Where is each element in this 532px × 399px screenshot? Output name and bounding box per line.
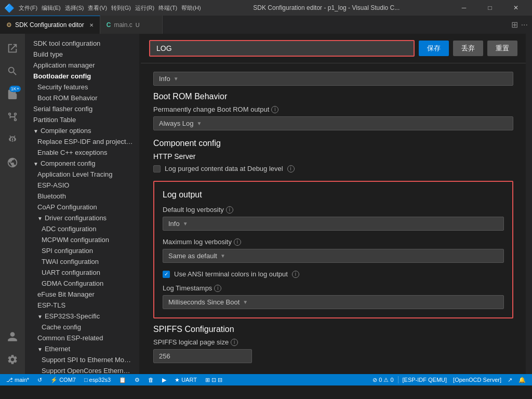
menu-goto[interactable]: 转到(G) (111, 4, 131, 12)
statusbar-errors[interactable]: ⊘ 0 ⚠ 0 (370, 376, 395, 383)
sidebar-item-bootloader[interactable]: Bootloader config (25, 71, 139, 82)
main-layout: 1K+ SDK tool configuration Build type Ap… (0, 34, 532, 374)
main-c-modified: U (136, 22, 140, 28)
sidebar-item-app-manager[interactable]: Application manager (25, 60, 139, 71)
discard-button[interactable]: 丢弃 (453, 41, 483, 56)
save-button[interactable]: 保存 (419, 41, 449, 56)
log-purged-checkbox[interactable] (153, 165, 161, 172)
spiffs-page-size-input[interactable] (153, 349, 252, 363)
menu-view[interactable]: 查看(V) (88, 4, 107, 12)
reset-button[interactable]: 重置 (487, 41, 517, 56)
sidebar-item-app-tracing[interactable]: Application Level Tracing (25, 169, 139, 180)
spiffs-info-icon[interactable]: i (231, 339, 238, 346)
sidebar-item-uart[interactable]: UART configuration (25, 267, 139, 278)
statusbar-flash[interactable]: 🗑 (146, 377, 156, 383)
statusbar-chip[interactable]: □ esp32s3 (82, 377, 113, 383)
default-verbosity-dropdown[interactable]: Info ▼ (163, 217, 504, 231)
status-bar: ⎇ main* ↺ ⚡ COM7 □ esp32s3 📋 ⚙ 🗑 ▶ ★ UAR… (0, 374, 532, 385)
statusbar-esp-idf[interactable]: [ESP-IDF QEMU] (401, 376, 449, 383)
statusbar-port[interactable]: ⚡ COM7 (48, 377, 78, 383)
activity-settings[interactable] (2, 349, 23, 370)
activity-extensions[interactable]: 1K+ (2, 84, 23, 104)
sidebar-item-serial-flasher[interactable]: Serial flasher config (25, 103, 139, 114)
sync-icon: ↺ (37, 377, 42, 383)
sidebar-item-ethernet[interactable]: ▼Ethernet (25, 343, 139, 354)
titlebar: 🔷 文件(F) 编辑(E) 选择(S) 查看(V) 转到(G) 运行(R) 终端… (0, 0, 532, 16)
sidebar-item-cpp-exceptions[interactable]: Enable C++ exceptions (25, 147, 139, 158)
close-button[interactable]: ✕ (504, 0, 528, 16)
tab-sdk-config[interactable]: ⚙ SDK Configuration editor ✕ (0, 16, 100, 34)
statusbar-clipboard[interactable]: 📋 (117, 377, 128, 383)
statusbar-build[interactable]: ⚙ (132, 377, 142, 383)
sidebar-item-spi[interactable]: SPI configuration (25, 245, 139, 256)
sidebar-item-component-config[interactable]: ▼Component config (25, 158, 139, 169)
log-timestamps-dropdown[interactable]: Milliseconds Since Boot ▼ (163, 295, 504, 309)
max-verbosity-info-icon[interactable]: i (234, 238, 241, 246)
boot-rom-dropdown[interactable]: Always Log ▼ (153, 116, 513, 130)
content-area: 保存 丢弃 重置 Info ▼ Boot ROM Behavior Perman… (141, 34, 526, 374)
minimize-button[interactable]: ─ (452, 0, 476, 16)
sidebar-item-mcpwm[interactable]: MCPWM configuration (25, 234, 139, 245)
max-verbosity-dropdown[interactable]: Same as default ▼ (163, 249, 504, 263)
sidebar-item-partition-table[interactable]: Partition Table (25, 114, 139, 125)
sidebar-item-spi-eth[interactable]: Support SPI to Ethernet Module (25, 354, 139, 365)
tab-main-c[interactable]: C main.c U (100, 16, 163, 34)
activity-explorer[interactable] (2, 38, 23, 59)
sidebar-item-esp-asio[interactable]: ESP-ASIO (25, 180, 139, 191)
activity-search[interactable] (2, 61, 23, 82)
menu-terminal[interactable]: 终端(T) (158, 4, 177, 12)
monitor-icon: ▶ (162, 377, 166, 383)
top-dropdown-wrapper: Info ▼ (153, 72, 513, 86)
sidebar-item-security[interactable]: Security features (25, 82, 139, 92)
sidebar-item-esp32s3[interactable]: ▼ESP32S3-Specific (25, 311, 139, 322)
ansi-colors-checkbox[interactable]: ✓ (163, 271, 170, 278)
tab-sdk-close[interactable]: ✕ (89, 22, 94, 28)
max-verbosity-arrow: ▼ (220, 253, 225, 259)
menu-file[interactable]: 文件(F) (19, 4, 37, 12)
max-verbosity-value: Same as default (168, 252, 217, 260)
menu-help[interactable]: 帮助(H) (181, 4, 201, 12)
statusbar-sync[interactable]: ↺ (35, 377, 44, 383)
activity-debug[interactable] (2, 129, 23, 150)
sidebar-item-cache-config[interactable]: Cache config (25, 322, 139, 332)
statusbar-openocd[interactable]: [OpenOCD Server] (451, 376, 503, 383)
statusbar-uart[interactable]: ★ UART (172, 377, 199, 383)
sidebar-item-adc[interactable]: ADC configuration (25, 223, 139, 234)
sidebar-item-sdk-tool[interactable]: SDK tool configuration (25, 38, 139, 49)
sidebar-item-replace-paths[interactable]: Replace ESP-IDF and project paths in bin… (25, 136, 139, 147)
layout-icon[interactable]: ⊞ (511, 20, 518, 30)
menu-select[interactable]: 选择(S) (65, 4, 84, 12)
uart-label: UART (181, 377, 197, 383)
menu-run[interactable]: 运行(R) (135, 4, 154, 12)
sidebar-item-build-type[interactable]: Build type (25, 49, 139, 60)
sidebar-item-gdma[interactable]: GDMA Configuration (25, 278, 139, 289)
statusbar-remote-arrow[interactable]: ↗ (506, 376, 514, 383)
statusbar-notification[interactable]: 🔔 (516, 376, 528, 383)
sidebar-item-driver-configs[interactable]: ▼Driver configurations (25, 212, 139, 223)
activity-remote[interactable] (2, 152, 23, 173)
sidebar-item-bluetooth[interactable]: Bluetooth (25, 191, 139, 202)
sidebar-item-boot-rom[interactable]: Boot ROM Behavior (25, 92, 139, 103)
sidebar-item-opencores-eth[interactable]: Support OpenCores Ethernet MAC (for use … (25, 365, 139, 374)
ansi-colors-info-icon[interactable]: i (292, 271, 299, 278)
more-tabs-icon[interactable]: ··· (521, 20, 528, 30)
boot-rom-info-icon[interactable]: i (271, 106, 278, 113)
activity-accounts[interactable] (2, 326, 23, 347)
activity-source-control[interactable] (2, 107, 23, 127)
sidebar-item-efuse[interactable]: eFuse Bit Manager (25, 289, 139, 300)
statusbar-monitor[interactable]: ▶ (160, 377, 168, 383)
sidebar-item-esp-tls[interactable]: ESP-TLS (25, 300, 139, 311)
log-purged-info-icon[interactable]: i (287, 165, 295, 172)
sidebar-item-coap[interactable]: CoAP Configuration (25, 202, 139, 212)
statusbar-branch[interactable]: ⎇ main* (4, 377, 31, 383)
sidebar-item-twai[interactable]: TWAI configuration (25, 256, 139, 267)
log-timestamps-info-icon[interactable]: i (214, 285, 221, 292)
default-verbosity-info-icon[interactable]: i (226, 206, 233, 214)
sidebar-item-common-esp[interactable]: Common ESP-related (25, 332, 139, 343)
search-wrapper (149, 40, 415, 57)
top-verbosity-dropdown[interactable]: Info ▼ (153, 72, 513, 86)
menu-edit[interactable]: 编辑(E) (42, 4, 61, 12)
sidebar-item-compiler-options[interactable]: ▼Compiler options (25, 125, 139, 136)
maximize-button[interactable]: □ (478, 0, 502, 16)
search-input[interactable] (149, 40, 415, 57)
